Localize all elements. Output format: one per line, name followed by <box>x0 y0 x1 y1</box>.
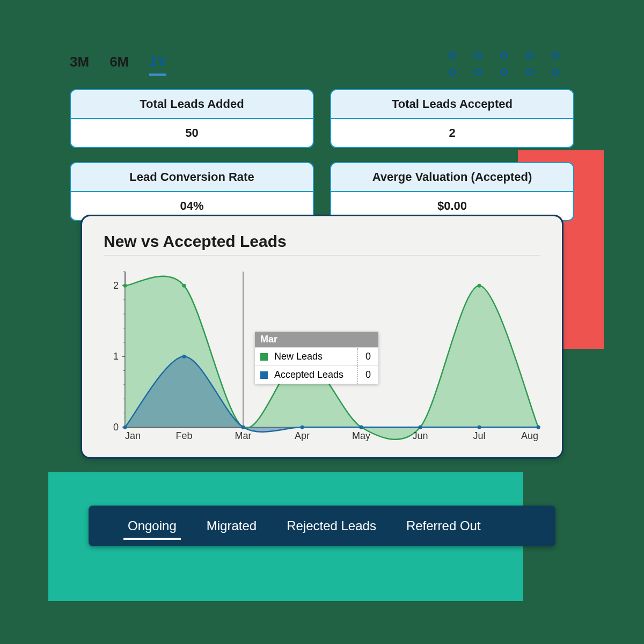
metric-label: Total Leads Accepted <box>331 90 573 119</box>
svg-text:0: 0 <box>113 422 119 433</box>
chart-title: New vs Accepted Leads <box>104 232 540 251</box>
svg-text:Feb: Feb <box>175 430 192 441</box>
svg-text:May: May <box>352 430 370 441</box>
chart-divider <box>104 255 540 255</box>
range-tab-1y[interactable]: 1Y <box>149 54 166 76</box>
tooltip-value: 0 <box>357 348 378 365</box>
status-tab-referred-out[interactable]: Referred Out <box>391 506 496 546</box>
metric-label: Averge Valuation (Accepted) <box>331 163 573 192</box>
svg-point-26 <box>123 426 127 429</box>
svg-point-32 <box>478 426 481 429</box>
svg-point-30 <box>360 426 363 429</box>
svg-text:Apr: Apr <box>295 430 310 441</box>
metric-value: 2 <box>331 119 573 147</box>
metric-value: 50 <box>71 119 313 147</box>
svg-point-19 <box>182 284 186 288</box>
tooltip-row: New Leads0 <box>255 347 378 365</box>
tooltip-header: Mar <box>255 332 378 347</box>
legend-swatch <box>260 371 268 379</box>
svg-text:Aug: Aug <box>521 430 538 441</box>
range-tab-3m[interactable]: 3M <box>70 54 89 74</box>
metric-label: Total Leads Added <box>71 90 313 119</box>
status-tab-migrated[interactable]: Migrated <box>192 506 272 546</box>
svg-point-28 <box>241 426 245 429</box>
metric-cards: Total Leads Added50Total Leads Accepted2… <box>70 89 574 221</box>
decor-dot-matrix <box>449 52 559 76</box>
svg-text:Jul: Jul <box>473 430 485 441</box>
svg-text:1: 1 <box>113 351 119 362</box>
svg-text:Mar: Mar <box>235 430 252 441</box>
status-tab-ongoing[interactable]: Ongoing <box>113 506 192 546</box>
svg-text:Jan: Jan <box>125 430 141 441</box>
svg-point-29 <box>301 426 304 429</box>
metric-card: Lead Conversion Rate04% <box>70 162 314 221</box>
metric-label: Lead Conversion Rate <box>71 163 313 192</box>
svg-text:Jun: Jun <box>412 430 428 441</box>
metric-card: Total Leads Accepted2 <box>330 89 574 148</box>
svg-point-27 <box>182 355 186 358</box>
metric-card: Averge Valuation (Accepted)$0.00 <box>330 162 574 221</box>
status-tab-rejected-leads[interactable]: Rejected Leads <box>272 506 391 546</box>
tooltip-value: 0 <box>357 366 378 384</box>
status-tabs: OngoingMigratedRejected LeadsReferred Ou… <box>89 506 555 546</box>
metric-card: Total Leads Added50 <box>70 89 314 148</box>
svg-point-18 <box>123 284 127 288</box>
tooltip-row: Accepted Leads0 <box>255 365 378 384</box>
svg-text:2: 2 <box>113 280 119 291</box>
svg-point-24 <box>478 284 481 288</box>
tooltip-label: New Leads <box>272 348 357 365</box>
tooltip-label: Accepted Leads <box>272 366 357 384</box>
svg-point-31 <box>419 426 422 429</box>
svg-point-33 <box>537 426 540 429</box>
range-tab-6m[interactable]: 6M <box>109 54 129 74</box>
legend-swatch <box>260 353 268 361</box>
chart-tooltip: Mar New Leads0Accepted Leads0 <box>255 332 378 384</box>
